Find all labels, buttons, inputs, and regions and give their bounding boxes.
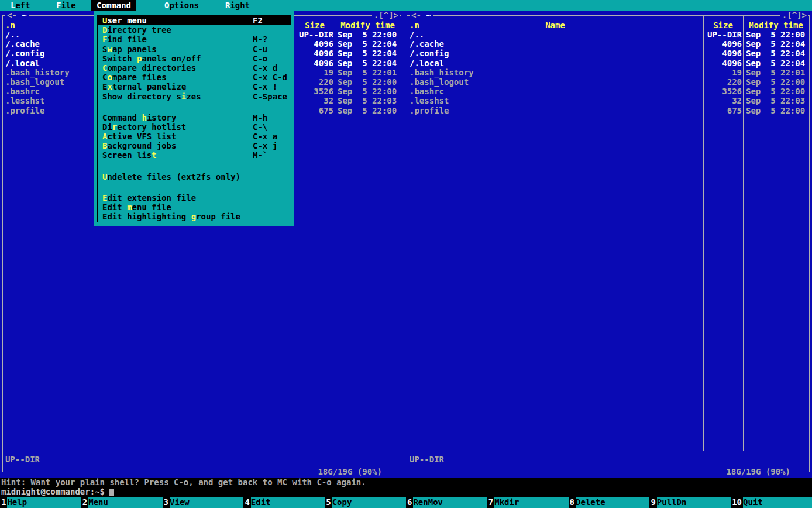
mini-status-divider (3, 451, 401, 451)
shortcut-label: C-x C-d (253, 73, 291, 82)
file-row[interactable]: /..UP--DIRSep 5 22:00 (407, 30, 809, 39)
menu-item-edit-extension-file[interactable]: Edit extension file (98, 193, 291, 202)
prompt-text: midnight@commander:~$ (1, 487, 105, 496)
menu-item-switch-panels[interactable]: Switch panels on/offC-o (98, 54, 291, 63)
column-header-mtime[interactable]: Modify time (743, 20, 809, 30)
key-f9-pulldn[interactable]: 9PullDn (649, 497, 731, 508)
menu-item-directory-tree[interactable]: Directory tree (98, 25, 291, 35)
panel-up-icon[interactable]: .[^]> (372, 11, 400, 20)
menu-item-screen-list[interactable]: Screen listM-` (98, 150, 291, 160)
file-row[interactable]: .bash_history19Sep 5 22:01 (407, 68, 809, 77)
menu-item-find-file[interactable]: Find fileM-? (98, 35, 291, 44)
function-key-bar: 1Help 2Menu 3View 4Edit 5Copy 6RenMov 7M… (0, 497, 812, 508)
shortcut-label: C-x a (253, 132, 291, 141)
menu-separator (98, 181, 291, 193)
key-f8-delete[interactable]: 8Delete (569, 497, 650, 508)
column-header-mtime[interactable]: Modify time (335, 20, 401, 30)
menu-item-directory-hotlist[interactable]: Directory hotlistC-\ (98, 122, 291, 132)
file-list: /..UP--DIRSep 5 22:00 /.cache4096Sep 5 2… (407, 30, 809, 115)
key-f4-edit[interactable]: 4Edit (243, 497, 325, 508)
workspace: <- ~ .[^]> .n Name Size Modify time /..U… (0, 11, 812, 478)
shortcut-label: C-x d (253, 63, 291, 73)
menu-item-undelete-files[interactable]: Undelete files (ext2fs only) (98, 172, 291, 181)
menu-item-active-vfs-list[interactable]: Active VFS listC-x a (98, 132, 291, 141)
file-row[interactable]: /.config4096Sep 5 22:04 (407, 49, 809, 58)
file-row[interactable]: /.local4096Sep 5 22:04 (407, 59, 809, 68)
current-path: ~ (426, 11, 431, 20)
menu-separator (98, 101, 291, 113)
key-f1-help[interactable]: 1Help (0, 497, 81, 508)
column-header-size[interactable]: Size (295, 20, 335, 30)
menu-item-swap-panels[interactable]: Swap panelsC-u (98, 44, 291, 54)
shortcut-label: C-o (253, 54, 291, 63)
panel-up-icon[interactable]: .[^]> (780, 11, 808, 20)
shortcut-label: C-x ! (253, 82, 291, 91)
shortcut-label (253, 212, 291, 221)
menubar-item-right[interactable]: Right (225, 0, 250, 11)
shortcut-label (253, 202, 291, 212)
disk-usage: 18G/19G (90%) (723, 467, 793, 476)
file-panel-right: <- ~ .[^]> .n Name Size Modify time /..U… (407, 11, 810, 478)
column-header-name[interactable]: Name (407, 20, 703, 30)
mini-status-divider (407, 451, 809, 451)
menu-item-compare-directories[interactable]: Compare directoriesC-x d (98, 63, 291, 73)
shortcut-label (253, 25, 291, 35)
current-path: ~ (22, 11, 26, 20)
shortcut-label: M-? (253, 35, 291, 44)
menu-item-external-panelize[interactable]: External panelizeC-x ! (98, 82, 291, 91)
history-back-icon[interactable]: <- (7, 11, 17, 20)
shortcut-label: C-x j (253, 141, 291, 150)
file-row[interactable]: .bash_logout220Sep 5 22:00 (407, 77, 809, 87)
panel-path[interactable]: <- ~ (410, 11, 433, 20)
mc-screen: Left File Command Options Right <- ~ .[^… (0, 0, 812, 508)
menubar-item-file[interactable]: File (56, 0, 76, 11)
file-row[interactable]: .lesshst32Sep 5 22:03 (407, 96, 809, 105)
shortcut-label: M-` (253, 150, 291, 160)
hint-line: Hint: Want your plain shell? Press C-o, … (0, 478, 812, 487)
shortcut-label: C-Space (253, 92, 291, 101)
shortcut-label: C-\ (253, 122, 291, 132)
menu-item-edit-highlighting-group-file[interactable]: Edit highlighting group file (98, 212, 291, 221)
mini-status: UP--DIR (410, 455, 444, 464)
menu-item-command-history[interactable]: Command historyM-h (98, 113, 291, 122)
menu-separator (98, 160, 291, 172)
menu-item-edit-menu-file[interactable]: Edit menu file (98, 202, 291, 212)
file-row[interactable]: .profile675Sep 5 22:00 (407, 106, 809, 115)
shortcut-label: F2 (253, 16, 291, 25)
history-back-icon[interactable]: <- (411, 11, 421, 20)
key-f6-renmov[interactable]: 6RenMov (406, 497, 487, 508)
dropdown-border: User menuF2 Directory tree Find fileM-? … (97, 15, 291, 222)
menubar-item-left[interactable]: Left (11, 0, 30, 11)
command-dropdown-menu: User menuF2 Directory tree Find fileM-? … (94, 11, 294, 226)
key-f5-copy[interactable]: 5Copy (325, 497, 406, 508)
menu-item-show-directory-sizes[interactable]: Show directory sizesC-Space (98, 92, 291, 101)
menu-item-background-jobs[interactable]: Background jobsC-x j (98, 141, 291, 150)
file-row[interactable]: /.cache4096Sep 5 22:04 (407, 39, 809, 49)
key-f3-view[interactable]: 3View (163, 497, 244, 508)
shortcut-label (253, 172, 291, 181)
panel-path[interactable]: <- ~ (5, 11, 29, 20)
key-f2-menu[interactable]: 2Menu (81, 497, 163, 508)
menu-item-compare-files[interactable]: Compare filesC-x C-d (98, 73, 291, 82)
menubar-item-options[interactable]: Options (164, 0, 199, 11)
disk-usage: 18G/19G (90%) (315, 467, 385, 476)
panel-header: .n Name Size Modify time (407, 20, 809, 30)
shortcut-label: C-u (253, 44, 291, 54)
menu-item-user-menu[interactable]: User menuF2 (98, 16, 291, 25)
shell-prompt[interactable]: midnight@commander:~$ (0, 487, 812, 497)
mini-status: UP--DIR (5, 455, 40, 464)
key-f7-mkdir[interactable]: 7Mkdir (487, 497, 569, 508)
menu-bar: Left File Command Options Right (0, 0, 812, 11)
menubar-item-command[interactable]: Command (91, 0, 136, 11)
shortcut-label: M-h (253, 113, 291, 122)
key-f10-quit[interactable]: 10Quit (731, 497, 812, 508)
prompt-cursor (109, 489, 114, 496)
column-header-size[interactable]: Size (703, 20, 743, 30)
shortcut-label (253, 193, 291, 202)
file-row[interactable]: .bashrc3526Sep 5 22:00 (407, 87, 809, 96)
